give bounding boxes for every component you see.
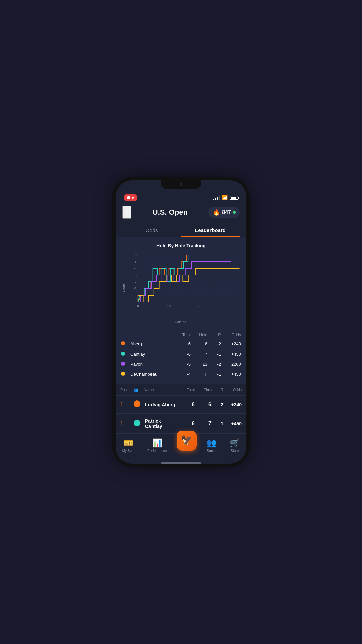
social-icon: 👥 xyxy=(206,438,217,448)
battery-fill xyxy=(231,197,236,199)
legend-hole: F xyxy=(191,372,207,377)
legend-r: -2 xyxy=(207,341,221,346)
legend-color-dot xyxy=(121,362,125,366)
player-total: -6 xyxy=(178,401,195,408)
svg-text:-2: -2 xyxy=(134,280,136,283)
coins-badge: 🔥 847 xyxy=(208,207,240,218)
performance-label: Performance xyxy=(147,449,167,453)
nav-item-my-bets[interactable]: 🎫 My Bets xyxy=(119,437,138,454)
nav-item-performance[interactable]: 📊 Performance xyxy=(144,437,170,454)
legend-row: DeChambeau -4 F -1 +450 xyxy=(121,369,241,379)
legend-hole: 6 xyxy=(191,341,207,346)
legend-row: Aberg -6 6 -2 +240 xyxy=(121,339,241,349)
svg-text:10: 10 xyxy=(167,304,170,308)
chart-title: Hole By Hole Tracking xyxy=(119,243,243,248)
tabs: Odds Leaderboard xyxy=(116,224,246,237)
record-label: ● xyxy=(132,195,134,200)
legend-col-r: R xyxy=(207,333,221,337)
player-color-dot xyxy=(134,420,140,426)
page-title: U.S. Open xyxy=(153,208,188,217)
camera xyxy=(180,183,182,186)
legend-col-odds: Odds xyxy=(221,333,241,337)
player-name: Patrick Cantlay xyxy=(144,418,178,429)
svg-text:E: E xyxy=(134,300,136,304)
legend-player-name: Pavon xyxy=(130,362,171,367)
player-color-dot xyxy=(134,400,140,407)
legend-col-hole: Hole xyxy=(191,333,207,337)
nav-item-social[interactable]: 👥 Social xyxy=(203,437,220,454)
legend-color-dot xyxy=(121,372,125,376)
chart-svg: -6 -5 -4 -3 -2 -1 E 0 10 20 30 xyxy=(131,252,243,312)
chart-x-label: Hole no. xyxy=(175,320,187,324)
lb-header-pos: Pos. xyxy=(120,388,134,392)
flame-icon: 🔥 xyxy=(213,209,220,216)
legend-col-total: Total xyxy=(171,333,191,337)
my-bets-icon: 🎫 xyxy=(123,438,133,448)
player-r: -2 xyxy=(212,402,223,407)
performance-icon: 📊 xyxy=(152,438,162,448)
legend-total: -5 xyxy=(171,362,191,367)
legend-total: -6 xyxy=(171,341,191,346)
leaderboard-rows: 1 Ludvig Aberg -6 6 -2 +240 1 Patrick Ca… xyxy=(116,396,246,433)
tab-leaderboard[interactable]: Leaderboard xyxy=(181,224,240,237)
record-button[interactable]: ● xyxy=(124,194,137,201)
legend-r: -1 xyxy=(207,352,221,357)
legend-r: -1 xyxy=(207,372,221,377)
legend-hole: 13 xyxy=(191,362,207,367)
svg-text:30: 30 xyxy=(229,304,232,308)
legend-odds: +450 xyxy=(221,352,241,357)
bottom-nav: 🎫 My Bets 📊 Performance 🦅 👥 Social 🛒 Sto… xyxy=(116,433,246,461)
nav-item-store[interactable]: 🛒 Store xyxy=(226,437,243,454)
home-button[interactable]: 🦅 xyxy=(177,431,197,451)
legend-rows: Aberg -6 6 -2 +240 Cantlay -6 7 -1 +450 … xyxy=(121,339,241,379)
tab-odds[interactable]: Odds xyxy=(122,224,181,237)
phone-frame: ● 📶 ‹ U.S. Open 🔥 847 Odds Leade xyxy=(116,180,246,464)
lb-position: 1 xyxy=(120,421,134,427)
player-total: -6 xyxy=(178,421,195,427)
svg-text:-3: -3 xyxy=(134,273,136,277)
wifi-icon: 📶 xyxy=(222,195,228,200)
svg-text:-6: -6 xyxy=(134,253,136,257)
legend-total: -4 xyxy=(171,372,191,377)
svg-text:20: 20 xyxy=(198,304,201,308)
legend-r: -2 xyxy=(207,362,221,367)
legend-player-name: Aberg xyxy=(130,341,171,346)
content-area: Hole By Hole Tracking Score -6 xyxy=(116,237,246,433)
online-indicator xyxy=(233,211,236,214)
lb-header-group: 👥 xyxy=(134,388,144,392)
legend-color-dot xyxy=(121,352,125,356)
lb-header-odds: Odds xyxy=(223,388,242,392)
leaderboard-section: Pos. 👥 Name Total Thru R Odds 1 Ludvig A… xyxy=(116,384,246,433)
svg-text:-4: -4 xyxy=(134,267,136,270)
svg-text:-5: -5 xyxy=(134,260,136,263)
record-dot xyxy=(127,196,130,199)
nav-item-home[interactable]: 🦅 xyxy=(177,431,197,451)
legend-odds: +240 xyxy=(221,341,241,346)
legend-odds: +450 xyxy=(221,372,241,377)
table-row[interactable]: 1 Ludvig Aberg -6 6 -2 +240 xyxy=(116,396,246,414)
svg-text:0: 0 xyxy=(137,304,139,308)
back-button[interactable]: ‹ xyxy=(122,206,131,219)
status-left: ● xyxy=(124,194,137,201)
player-r: -1 xyxy=(212,421,223,426)
legend-odds: +2200 xyxy=(221,362,241,367)
signal-icon xyxy=(213,196,220,200)
legend-row: Pavon -5 13 -2 +2200 xyxy=(121,359,241,369)
legend-player-name: DeChambeau xyxy=(130,372,171,377)
lb-header-r: R xyxy=(212,388,223,392)
battery-icon xyxy=(230,196,238,200)
player-odds: +450 xyxy=(223,421,242,426)
player-name: Ludvig Aberg xyxy=(144,402,178,407)
lb-header-name: Name xyxy=(144,388,178,392)
home-icon: 🦅 xyxy=(181,435,192,446)
social-label: Social xyxy=(207,449,216,453)
lb-header-thru: Thru xyxy=(195,388,212,392)
svg-text:-1: -1 xyxy=(134,287,136,290)
player-thru: 6 xyxy=(195,401,212,408)
status-right: 📶 xyxy=(213,195,238,200)
player-thru: 7 xyxy=(195,421,212,427)
store-label: Store xyxy=(231,449,239,453)
legend-hole: 7 xyxy=(191,352,207,357)
legend-table: Total Hole R Odds Aberg -6 6 -2 +240 Can… xyxy=(116,329,246,382)
status-bar: ● 📶 xyxy=(116,190,246,203)
